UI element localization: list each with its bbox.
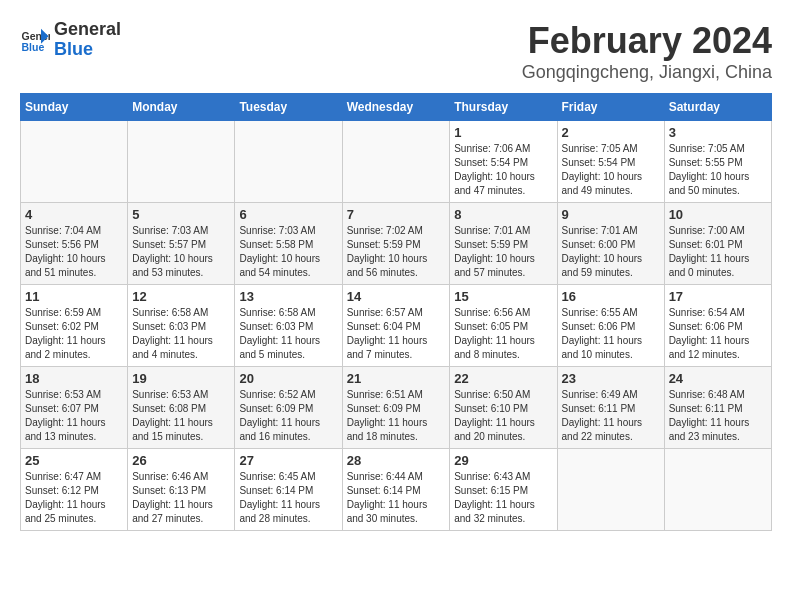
day-info: Sunrise: 7:05 AMSunset: 5:54 PMDaylight:…	[562, 142, 660, 198]
day-info: Sunrise: 6:54 AMSunset: 6:06 PMDaylight:…	[669, 306, 767, 362]
calendar-cell: 12Sunrise: 6:58 AMSunset: 6:03 PMDayligh…	[128, 285, 235, 367]
calendar-cell	[557, 449, 664, 531]
calendar-cell: 7Sunrise: 7:02 AMSunset: 5:59 PMDaylight…	[342, 203, 450, 285]
page-header: General Blue General Blue February 2024 …	[20, 20, 772, 83]
day-info: Sunrise: 6:55 AMSunset: 6:06 PMDaylight:…	[562, 306, 660, 362]
calendar-header-sunday: Sunday	[21, 94, 128, 121]
calendar-header-tuesday: Tuesday	[235, 94, 342, 121]
day-number: 23	[562, 371, 660, 386]
calendar-cell: 16Sunrise: 6:55 AMSunset: 6:06 PMDayligh…	[557, 285, 664, 367]
calendar-cell: 27Sunrise: 6:45 AMSunset: 6:14 PMDayligh…	[235, 449, 342, 531]
day-info: Sunrise: 6:56 AMSunset: 6:05 PMDaylight:…	[454, 306, 552, 362]
day-info: Sunrise: 7:02 AMSunset: 5:59 PMDaylight:…	[347, 224, 446, 280]
calendar-cell: 3Sunrise: 7:05 AMSunset: 5:55 PMDaylight…	[664, 121, 771, 203]
day-number: 9	[562, 207, 660, 222]
day-info: Sunrise: 6:44 AMSunset: 6:14 PMDaylight:…	[347, 470, 446, 526]
calendar-cell: 24Sunrise: 6:48 AMSunset: 6:11 PMDayligh…	[664, 367, 771, 449]
day-number: 4	[25, 207, 123, 222]
calendar-cell: 25Sunrise: 6:47 AMSunset: 6:12 PMDayligh…	[21, 449, 128, 531]
day-info: Sunrise: 7:05 AMSunset: 5:55 PMDaylight:…	[669, 142, 767, 198]
logo-general-text: General	[54, 20, 121, 40]
day-number: 22	[454, 371, 552, 386]
calendar-cell: 10Sunrise: 7:00 AMSunset: 6:01 PMDayligh…	[664, 203, 771, 285]
day-info: Sunrise: 6:53 AMSunset: 6:07 PMDaylight:…	[25, 388, 123, 444]
calendar-cell: 28Sunrise: 6:44 AMSunset: 6:14 PMDayligh…	[342, 449, 450, 531]
day-number: 17	[669, 289, 767, 304]
main-title: February 2024	[522, 20, 772, 62]
svg-text:Blue: Blue	[22, 40, 45, 52]
day-number: 10	[669, 207, 767, 222]
day-info: Sunrise: 6:50 AMSunset: 6:10 PMDaylight:…	[454, 388, 552, 444]
day-number: 8	[454, 207, 552, 222]
calendar-cell: 21Sunrise: 6:51 AMSunset: 6:09 PMDayligh…	[342, 367, 450, 449]
calendar-header-saturday: Saturday	[664, 94, 771, 121]
calendar-cell: 17Sunrise: 6:54 AMSunset: 6:06 PMDayligh…	[664, 285, 771, 367]
day-number: 11	[25, 289, 123, 304]
sub-title: Gongqingcheng, Jiangxi, China	[522, 62, 772, 83]
title-block: February 2024 Gongqingcheng, Jiangxi, Ch…	[522, 20, 772, 83]
logo-blue-text: Blue	[54, 40, 121, 60]
logo-icon: General Blue	[20, 25, 50, 55]
day-info: Sunrise: 7:03 AMSunset: 5:58 PMDaylight:…	[239, 224, 337, 280]
calendar-cell: 11Sunrise: 6:59 AMSunset: 6:02 PMDayligh…	[21, 285, 128, 367]
day-number: 21	[347, 371, 446, 386]
calendar-cell: 2Sunrise: 7:05 AMSunset: 5:54 PMDaylight…	[557, 121, 664, 203]
calendar-cell	[128, 121, 235, 203]
calendar-header-friday: Friday	[557, 94, 664, 121]
calendar-header-row: SundayMondayTuesdayWednesdayThursdayFrid…	[21, 94, 772, 121]
calendar-week-row: 18Sunrise: 6:53 AMSunset: 6:07 PMDayligh…	[21, 367, 772, 449]
calendar-cell	[21, 121, 128, 203]
calendar-cell: 4Sunrise: 7:04 AMSunset: 5:56 PMDaylight…	[21, 203, 128, 285]
day-number: 16	[562, 289, 660, 304]
day-info: Sunrise: 7:00 AMSunset: 6:01 PMDaylight:…	[669, 224, 767, 280]
day-info: Sunrise: 6:51 AMSunset: 6:09 PMDaylight:…	[347, 388, 446, 444]
calendar-cell: 13Sunrise: 6:58 AMSunset: 6:03 PMDayligh…	[235, 285, 342, 367]
day-info: Sunrise: 6:58 AMSunset: 6:03 PMDaylight:…	[132, 306, 230, 362]
day-number: 12	[132, 289, 230, 304]
day-number: 6	[239, 207, 337, 222]
calendar-cell: 23Sunrise: 6:49 AMSunset: 6:11 PMDayligh…	[557, 367, 664, 449]
day-number: 20	[239, 371, 337, 386]
day-info: Sunrise: 6:59 AMSunset: 6:02 PMDaylight:…	[25, 306, 123, 362]
day-info: Sunrise: 7:04 AMSunset: 5:56 PMDaylight:…	[25, 224, 123, 280]
day-info: Sunrise: 6:47 AMSunset: 6:12 PMDaylight:…	[25, 470, 123, 526]
calendar-cell: 20Sunrise: 6:52 AMSunset: 6:09 PMDayligh…	[235, 367, 342, 449]
calendar-week-row: 1Sunrise: 7:06 AMSunset: 5:54 PMDaylight…	[21, 121, 772, 203]
day-number: 24	[669, 371, 767, 386]
calendar-cell	[342, 121, 450, 203]
calendar-cell: 14Sunrise: 6:57 AMSunset: 6:04 PMDayligh…	[342, 285, 450, 367]
day-info: Sunrise: 6:43 AMSunset: 6:15 PMDaylight:…	[454, 470, 552, 526]
calendar-cell: 8Sunrise: 7:01 AMSunset: 5:59 PMDaylight…	[450, 203, 557, 285]
day-info: Sunrise: 6:48 AMSunset: 6:11 PMDaylight:…	[669, 388, 767, 444]
day-number: 19	[132, 371, 230, 386]
day-number: 29	[454, 453, 552, 468]
calendar-week-row: 11Sunrise: 6:59 AMSunset: 6:02 PMDayligh…	[21, 285, 772, 367]
day-number: 27	[239, 453, 337, 468]
day-info: Sunrise: 6:57 AMSunset: 6:04 PMDaylight:…	[347, 306, 446, 362]
calendar-header-thursday: Thursday	[450, 94, 557, 121]
day-info: Sunrise: 6:52 AMSunset: 6:09 PMDaylight:…	[239, 388, 337, 444]
calendar-cell: 15Sunrise: 6:56 AMSunset: 6:05 PMDayligh…	[450, 285, 557, 367]
calendar-cell: 22Sunrise: 6:50 AMSunset: 6:10 PMDayligh…	[450, 367, 557, 449]
day-info: Sunrise: 6:46 AMSunset: 6:13 PMDaylight:…	[132, 470, 230, 526]
calendar-cell: 1Sunrise: 7:06 AMSunset: 5:54 PMDaylight…	[450, 121, 557, 203]
calendar-cell: 9Sunrise: 7:01 AMSunset: 6:00 PMDaylight…	[557, 203, 664, 285]
day-number: 1	[454, 125, 552, 140]
day-info: Sunrise: 7:03 AMSunset: 5:57 PMDaylight:…	[132, 224, 230, 280]
calendar-week-row: 4Sunrise: 7:04 AMSunset: 5:56 PMDaylight…	[21, 203, 772, 285]
day-number: 25	[25, 453, 123, 468]
day-info: Sunrise: 7:06 AMSunset: 5:54 PMDaylight:…	[454, 142, 552, 198]
day-info: Sunrise: 6:58 AMSunset: 6:03 PMDaylight:…	[239, 306, 337, 362]
day-number: 15	[454, 289, 552, 304]
calendar-cell: 19Sunrise: 6:53 AMSunset: 6:08 PMDayligh…	[128, 367, 235, 449]
day-number: 5	[132, 207, 230, 222]
day-info: Sunrise: 7:01 AMSunset: 6:00 PMDaylight:…	[562, 224, 660, 280]
calendar-cell	[664, 449, 771, 531]
day-info: Sunrise: 6:49 AMSunset: 6:11 PMDaylight:…	[562, 388, 660, 444]
day-number: 2	[562, 125, 660, 140]
logo: General Blue General Blue	[20, 20, 121, 60]
day-number: 26	[132, 453, 230, 468]
calendar-cell: 18Sunrise: 6:53 AMSunset: 6:07 PMDayligh…	[21, 367, 128, 449]
day-number: 14	[347, 289, 446, 304]
calendar-cell: 26Sunrise: 6:46 AMSunset: 6:13 PMDayligh…	[128, 449, 235, 531]
